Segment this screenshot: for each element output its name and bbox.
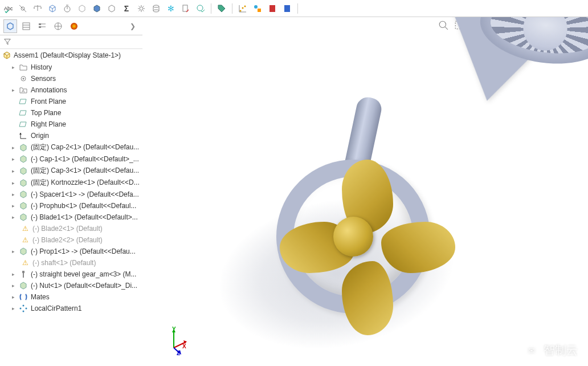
expand-icon[interactable]: ▸ bbox=[10, 249, 16, 254]
sensor-icon bbox=[19, 74, 28, 83]
svg-text:A: A bbox=[22, 88, 25, 93]
expand-icon[interactable]: ▸ bbox=[10, 64, 16, 70]
feature-tree-tab[interactable] bbox=[3, 19, 17, 33]
mates-node[interactable]: ▸Mates bbox=[0, 291, 142, 303]
origin-node[interactable]: Origin bbox=[0, 130, 142, 141]
part-cap1[interactable]: ▸(-) Cap-1<1> (Default<<Default>_... bbox=[0, 153, 142, 165]
svg-rect-21 bbox=[258, 9, 261, 12]
svg-point-45 bbox=[20, 308, 22, 310]
mates-icon bbox=[19, 292, 28, 302]
top-toolbar: Abc Σ ✻ bbox=[0, 0, 588, 17]
svg-point-17 bbox=[244, 5, 246, 7]
property-manager-tab[interactable] bbox=[19, 19, 33, 33]
expand-icon[interactable]: ▸ bbox=[10, 306, 16, 311]
history-node[interactable]: ▸ History bbox=[0, 62, 142, 73]
assembly-root[interactable]: Assem1 (Default<Display State-1>) bbox=[0, 49, 142, 62]
triad-z-label: Z bbox=[177, 350, 180, 356]
part-spacer1[interactable]: ▸(-) Spacer1<1> -> (Default<<Defa... bbox=[0, 189, 142, 200]
cylinder-icon[interactable] bbox=[150, 3, 162, 14]
panel-expand-chevron[interactable]: ❯ bbox=[126, 22, 139, 30]
gear-icon[interactable] bbox=[136, 3, 147, 14]
part-nut[interactable]: ▸(-) Nut<1> (Default<<Default>_Di... bbox=[0, 280, 142, 291]
filter-bar: ▾ bbox=[0, 35, 142, 49]
tag-icon[interactable] bbox=[216, 3, 227, 14]
display-manager-tab[interactable] bbox=[67, 19, 81, 33]
expand-icon[interactable]: ▸ bbox=[10, 156, 16, 162]
svg-point-15 bbox=[240, 10, 242, 11]
part-icon bbox=[19, 166, 28, 176]
feature-tree: Assem1 (Default<Display State-1>) ▸ Hist… bbox=[0, 49, 142, 366]
svg-point-14 bbox=[197, 5, 203, 11]
dimxpert-tab[interactable] bbox=[51, 19, 65, 33]
part-kortnozzle[interactable]: ▸(固定) Kortnozzle<1> (Default<<D... bbox=[0, 177, 142, 189]
box-wire-icon[interactable] bbox=[76, 3, 88, 14]
svg-point-9 bbox=[153, 5, 159, 7]
part-blade1[interactable]: ▸(-) Blade1<1> (Default<<Default>... bbox=[0, 212, 142, 223]
gearbox-cone bbox=[383, 17, 588, 137]
part-icon bbox=[19, 178, 28, 188]
expand-icon[interactable]: ▸ bbox=[10, 294, 16, 300]
sensors-node[interactable]: Sensors bbox=[0, 73, 142, 84]
shapes-icon[interactable] bbox=[252, 3, 263, 14]
box-solid-icon[interactable] bbox=[91, 3, 103, 14]
svg-point-44 bbox=[23, 311, 24, 312]
expand-icon[interactable]: ▸ bbox=[10, 283, 16, 288]
part-prop1[interactable]: ▸(-) Prop1<1> -> (Default<<Defau... bbox=[0, 246, 142, 257]
pattern-node[interactable]: ▸LocalCirPattern1 bbox=[0, 303, 142, 314]
doc-arrow-icon[interactable] bbox=[180, 3, 191, 14]
globe-check-icon[interactable] bbox=[195, 3, 206, 14]
expand-icon[interactable]: ▸ bbox=[10, 180, 16, 186]
viewport-3d[interactable]: Y X Z ✉ 智制云 bbox=[142, 17, 588, 366]
svg-rect-22 bbox=[270, 5, 275, 12]
svg-rect-27 bbox=[39, 23, 41, 25]
red-doc-icon[interactable] bbox=[267, 3, 278, 14]
top-plane-node[interactable]: Top Plane bbox=[0, 107, 142, 119]
axis-icon[interactable] bbox=[17, 3, 28, 14]
part-shaft[interactable]: ⚠(-) shaft<1> (Default) bbox=[0, 257, 142, 269]
filter-icon[interactable]: ▾ bbox=[3, 38, 13, 47]
svg-rect-40 bbox=[22, 271, 24, 273]
blue-doc-icon[interactable] bbox=[281, 3, 293, 14]
expand-icon[interactable]: ▸ bbox=[10, 271, 16, 277]
front-plane-node[interactable]: Front Plane bbox=[0, 96, 142, 107]
snowflake-icon[interactable]: ✻ bbox=[165, 3, 177, 14]
orientation-triad[interactable]: Y X Z bbox=[160, 326, 188, 355]
svg-rect-13 bbox=[183, 5, 187, 11]
warning-icon: ⚠ bbox=[21, 258, 30, 267]
expand-icon[interactable]: ▸ bbox=[10, 192, 16, 197]
part-icon bbox=[19, 190, 28, 199]
expand-icon[interactable]: ▸ bbox=[10, 145, 16, 151]
toolbar-separator bbox=[297, 3, 298, 14]
part-prophub[interactable]: ▸(-) Prophub<1> (Default<<Defaul... bbox=[0, 200, 142, 212]
scatter-icon[interactable] bbox=[237, 3, 248, 14]
expand-icon[interactable]: ▸ bbox=[10, 87, 16, 93]
folder-icon: A bbox=[19, 86, 28, 95]
annotations-node[interactable]: ▸ A Annotations bbox=[0, 84, 142, 96]
expand-icon[interactable]: ▸ bbox=[10, 203, 16, 209]
plane-icon bbox=[19, 108, 28, 117]
expand-icon[interactable]: ▸ bbox=[10, 214, 16, 220]
svg-point-36 bbox=[23, 78, 24, 80]
svg-point-34 bbox=[71, 23, 77, 30]
sigma-icon[interactable]: Σ bbox=[121, 3, 132, 14]
config-manager-tab[interactable] bbox=[35, 19, 49, 33]
svg-point-43 bbox=[26, 308, 27, 310]
right-plane-node[interactable]: Right Plane bbox=[0, 119, 142, 130]
timer-icon[interactable] bbox=[62, 3, 73, 14]
svg-point-12 bbox=[153, 10, 159, 12]
part-icon bbox=[19, 281, 28, 290]
svg-line-2 bbox=[19, 5, 26, 12]
part-cap3[interactable]: ▸(固定) Cap-3<1> (Default<<Defau... bbox=[0, 165, 142, 177]
box-outline-icon[interactable] bbox=[106, 3, 117, 14]
toolbar-separator bbox=[211, 3, 211, 14]
part-bevel-gear[interactable]: ▸(-) straight bevel gear_am<3> (M... bbox=[0, 269, 142, 280]
expand-icon[interactable]: ▸ bbox=[10, 168, 16, 174]
part-blade2-1[interactable]: ⚠(-) Blade2<1> (Default) bbox=[0, 223, 142, 234]
part-icon bbox=[19, 247, 28, 256]
cube-icon[interactable] bbox=[47, 3, 58, 14]
balance-icon[interactable] bbox=[32, 3, 43, 14]
part-blade2-2[interactable]: ⚠(-) Blade2<2> (Default) bbox=[0, 234, 142, 246]
spellcheck-icon[interactable]: Abc bbox=[2, 3, 14, 14]
part-cap2[interactable]: ▸(固定) Cap-2<1> (Default<<Defau... bbox=[0, 141, 142, 153]
svg-point-20 bbox=[254, 5, 258, 9]
